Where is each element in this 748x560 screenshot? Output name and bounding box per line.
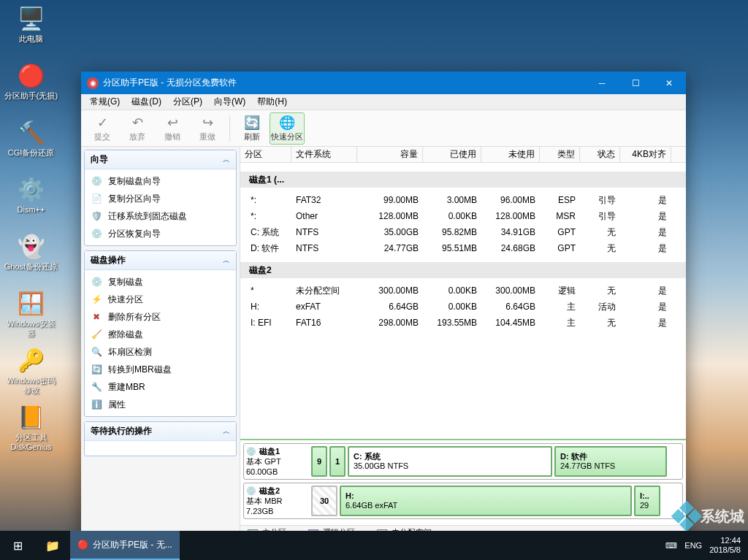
start-button[interactable]: ⊞ — [0, 531, 35, 560]
toolbar-button[interactable]: 🔄刷新 — [234, 112, 270, 145]
partition-block[interactable]: C: 系统35.00GB NTFS — [348, 446, 552, 477]
pending-panel-title: 等待执行的操作 — [91, 425, 152, 437]
toolbar-button[interactable]: ↪重做 — [190, 112, 225, 145]
panel-item[interactable]: 💿复制磁盘向导 — [85, 172, 236, 190]
disk-info[interactable]: 💿磁盘2基本 MBR7.23GB — [246, 486, 309, 516]
partition-row[interactable]: I: EFIFAT16298.00MB193.55MB104.45MB主无是 — [240, 315, 686, 331]
icon: 🔨 — [17, 118, 46, 147]
app-icon: ◉ — [87, 77, 99, 89]
toolbar-button[interactable]: ✓提交 — [85, 112, 120, 145]
column-header[interactable]: 状态 — [580, 147, 620, 162]
close-button[interactable]: ✕ — [652, 72, 686, 94]
disk-info[interactable]: 💿磁盘1基本 GPT60.00GB — [246, 446, 309, 477]
desktop-icon[interactable]: 🔨CGI备份还原 — [4, 118, 58, 169]
desktop-icon[interactable]: 🖥️此电脑 — [4, 4, 58, 55]
partition-block[interactable]: I:..29 — [634, 486, 660, 516]
keyboard-icon[interactable]: ⌨ — [665, 541, 677, 551]
column-header[interactable]: 分区 — [240, 147, 291, 162]
icon-label: Dism++ — [18, 205, 45, 215]
menu-item[interactable]: 常规(G) — [84, 96, 126, 108]
maximize-button[interactable]: ☐ — [619, 72, 652, 94]
disk-icon: 💿 — [246, 486, 256, 496]
icon-label: Windows密码修改 — [4, 376, 58, 395]
desktop-icon[interactable]: 🔴分区助手(无损) — [4, 61, 58, 112]
icon-label: Windows安装器 — [4, 319, 58, 338]
icon: ⚙️ — [17, 174, 46, 204]
panel-item[interactable]: 💿分区恢复向导 — [85, 225, 236, 242]
wizard-panel-title: 向导 — [91, 153, 108, 166]
partition-block[interactable]: 1 — [329, 446, 346, 477]
disk-map: 💿磁盘2基本 MBR7.23GB30H:6.64GB exFATI:..29 — [243, 483, 683, 519]
menu-item[interactable]: 磁盘(D) — [126, 96, 167, 108]
column-header[interactable]: 4KB对齐 — [620, 147, 671, 162]
app-icon: 🔴 — [77, 540, 88, 550]
icon-label: Ghost备份还原 — [4, 262, 58, 272]
taskbar: ⊞ 📁 🔴 分区助手PE版 - 无... ⌨ ENG 12:44 2018/5/… — [0, 531, 748, 560]
partition-row[interactable]: D: 软件NTFS24.77GB95.51MB24.68GBGPT无是 — [240, 240, 686, 256]
partition-block[interactable]: D: 软件24.77GB NTFS — [554, 446, 667, 477]
item-icon: 💿 — [91, 175, 102, 187]
desktop-icon[interactable]: 🪟Windows安装器 — [4, 288, 58, 340]
icon-label: 分区工具DiskGenius — [4, 433, 58, 452]
item-icon: 🛡️ — [91, 210, 102, 222]
column-header[interactable]: 已使用 — [423, 147, 481, 162]
menu-item[interactable]: 分区(P) — [167, 96, 208, 108]
diskops-panel-title: 磁盘操作 — [91, 254, 126, 266]
column-header[interactable]: 类型 — [540, 147, 580, 162]
file-explorer-icon[interactable]: 📁 — [35, 531, 70, 560]
desktop-icon[interactable]: 📙分区工具DiskGenius — [4, 402, 58, 453]
icon: 🖥️ — [17, 4, 46, 33]
toolbar: ✓提交↶放弃↩撤销↪重做🔄刷新🌐快速分区 — [81, 110, 686, 147]
desktop-icon[interactable]: 🔑Windows密码修改 — [4, 345, 58, 396]
partition-block[interactable]: 30 — [311, 486, 337, 516]
panel-item[interactable]: ⚡快速分区 — [85, 291, 236, 308]
clock[interactable]: 12:44 2018/5/8 — [709, 536, 741, 555]
desktop-icon[interactable]: ⚙️Dism++ — [4, 174, 58, 226]
item-icon: 🔧 — [91, 381, 102, 393]
panel-item[interactable]: 📄复制分区向导 — [85, 190, 236, 207]
partition-block[interactable]: H:6.64GB exFAT — [340, 486, 632, 516]
menu-item[interactable]: 向导(W) — [208, 96, 251, 108]
toolbar-button[interactable]: 🌐快速分区 — [270, 112, 305, 145]
taskbar-app[interactable]: 🔴 分区助手PE版 - 无... — [70, 531, 180, 560]
menu-item[interactable]: 帮助(H) — [251, 96, 293, 108]
item-icon: 📄 — [91, 193, 102, 204]
panel-item[interactable]: 🛡️迁移系统到固态磁盘 — [85, 207, 236, 225]
desktop-icon[interactable]: 👻Ghost备份还原 — [4, 231, 58, 283]
panel-item[interactable]: 🔍坏扇区检测 — [85, 343, 236, 361]
panel-item[interactable]: 🧹擦除磁盘 — [85, 326, 236, 343]
toolbar-icon: 🔄 — [244, 115, 260, 131]
language-indicator[interactable]: ENG — [684, 541, 702, 550]
titlebar[interactable]: ◉ 分区助手PE版 - 无损分区免费软件 ─ ☐ ✕ — [81, 72, 686, 94]
panel-item[interactable]: 🔧重建MBR — [85, 378, 236, 396]
collapse-icon[interactable]: ︿ — [223, 426, 230, 437]
collapse-icon[interactable]: ︿ — [223, 256, 230, 266]
column-header[interactable]: 文件系统 — [291, 147, 357, 162]
item-icon: ℹ️ — [91, 399, 102, 410]
icon: 👻 — [17, 231, 46, 261]
disk-group-header[interactable]: 磁盘2 — [240, 262, 686, 278]
item-icon: ⚡ — [91, 294, 102, 305]
toolbar-icon: 🌐 — [279, 115, 295, 131]
disk-group-header[interactable]: 磁盘1 (... — [240, 172, 686, 188]
panel-item[interactable]: 🔄转换到MBR磁盘 — [85, 361, 236, 378]
watermark: 系统城 — [676, 505, 744, 527]
partition-row[interactable]: *:FAT3299.00MB3.00MB96.00MBESP引导是 — [240, 192, 686, 208]
column-header[interactable]: 容量 — [357, 147, 423, 162]
collapse-icon[interactable]: ︿ — [223, 155, 230, 165]
system-tray[interactable]: ⌨ ENG 12:44 2018/5/8 — [665, 536, 748, 555]
panel-item[interactable]: ℹ️属性 — [85, 396, 236, 413]
partition-row[interactable]: *:Other128.00MB0.00KB128.00MBMSR引导是 — [240, 208, 686, 224]
panel-item[interactable]: 💿复制磁盘 — [85, 273, 236, 291]
panel-item[interactable]: ✖删除所有分区 — [85, 308, 236, 326]
toolbar-button[interactable]: ↶放弃 — [120, 112, 155, 145]
partition-row[interactable]: C: 系统NTFS35.00GB95.82MB34.91GBGPT无是 — [240, 224, 686, 240]
column-header[interactable]: 未使用 — [481, 147, 540, 162]
minimize-button[interactable]: ─ — [585, 72, 619, 94]
partition-row[interactable]: *未分配空间300.00MB0.00KB300.00MB逻辑无是 — [240, 283, 686, 299]
partition-row[interactable]: H:exFAT6.64GB0.00KB6.64GB主活动是 — [240, 299, 686, 315]
pending-panel: 等待执行的操作 ︿ — [84, 421, 237, 456]
partition-block[interactable]: 9 — [311, 446, 327, 477]
toolbar-button[interactable]: ↩撤销 — [155, 112, 190, 145]
icon: 🔑 — [17, 345, 46, 375]
